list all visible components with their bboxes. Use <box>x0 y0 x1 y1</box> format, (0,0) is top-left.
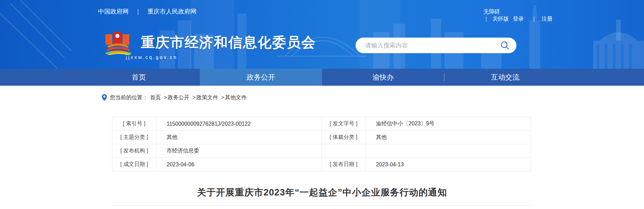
breadcrumb-separator: > <box>164 95 167 101</box>
breadcrumb-separator: > <box>192 95 195 101</box>
breadcrumb-item-other-docs[interactable]: 其他文件 <box>225 94 247 101</box>
breadcrumb-item-policy-docs[interactable]: 政策文件 <box>196 94 218 101</box>
table-row: [ 成文日期 ] 2023-04-06 [ 发布日期 ] 2023-04-13 <box>112 158 531 171</box>
table-row: [ 发布机构 ] 市经济信息委 <box>112 144 531 158</box>
login-link[interactable]: 登录 <box>513 16 524 22</box>
accessibility-link[interactable]: 无障碍 <box>484 9 500 15</box>
breadcrumb: 您当前的位置： 首页 > 政务公开 > 政策文件 > 其他文件 <box>78 86 566 101</box>
meta-label-written-date: [ 成文日期 ] <box>112 158 156 171</box>
location-pin-icon <box>102 94 107 101</box>
breadcrumb-item-gov-affairs[interactable]: 政务公开 <box>168 94 189 101</box>
meta-value-genre-class: 其他 <box>366 131 531 144</box>
search-icon[interactable] <box>500 41 510 50</box>
site-domain: jjxxw.cq.gov.cn <box>126 55 177 60</box>
breadcrumb-separator: > <box>221 95 224 101</box>
nav-item-home[interactable]: 首页 <box>78 69 200 86</box>
site-name[interactable]: 重庆市经济和信息化委员会 <box>141 33 316 52</box>
page: 中国政府网 ｜ 重庆市人民政府网 无障碍 ｜ 关怀版 登录 ｜ 注册 <box>0 0 644 209</box>
link-cq-gov[interactable]: 重庆市人民政府网 <box>148 8 196 15</box>
meta-label-doc-no: [ 发文字号 ] <box>322 117 366 131</box>
main-content: 您当前的位置： 首页 > 政务公开 > 政策文件 > 其他文件 [ 索引号 ] … <box>0 86 644 206</box>
meta-label-issuing-org: [ 发布机构 ] <box>112 144 156 158</box>
search-input[interactable] <box>365 42 500 49</box>
meta-value-issuing-org: 市经济信息委 <box>156 144 322 158</box>
meta-label-topic-class: [ 主题分类 ] <box>112 131 156 144</box>
register-link[interactable]: 注册 <box>542 16 552 22</box>
utility-separator: ｜ <box>484 16 489 22</box>
breadcrumb-prefix: 您当前的位置： <box>110 94 148 101</box>
gov-links: 中国政府网 ｜ 重庆市人民政府网 <box>98 7 196 16</box>
main-nav: 首页 政务公开 渝快办 互动交流 <box>0 69 644 86</box>
document-title: 关于开展重庆市2023年“一起益企”中小企业服务行动的通知 <box>78 186 566 198</box>
meta-label-empty <box>322 144 366 158</box>
meta-value-topic-class: 其他 <box>156 131 322 144</box>
nav-item-interaction[interactable]: 互动交流 <box>444 69 566 86</box>
utility-separator: ｜ <box>531 16 537 22</box>
meta-label-genre-class: [ 体裁分类 ] <box>322 131 366 144</box>
nav-item-yukuaiban[interactable]: 渝快办 <box>322 69 444 86</box>
table-row: [ 主题分类 ] 其他 [ 体裁分类 ] 其他 <box>112 131 531 144</box>
doc-meta-table: [ 索引号 ] 11500000009276281J/2023-00122 [ … <box>112 117 531 171</box>
search-box <box>356 38 516 53</box>
meta-label-publish-date: [ 发布日期 ] <box>322 158 366 171</box>
nav-item-gov-affairs[interactable]: 政务公开 <box>200 69 322 86</box>
link-separator: ｜ <box>135 8 141 15</box>
content-divider <box>112 205 531 206</box>
site-logo[interactable] <box>105 31 132 55</box>
meta-label-index-no: [ 索引号 ] <box>112 117 156 131</box>
meta-value-empty <box>366 144 531 158</box>
site-header: 中国政府网 ｜ 重庆市人民政府网 无障碍 ｜ 关怀版 登录 ｜ 注册 <box>0 0 644 69</box>
breadcrumb-item-home[interactable]: 首页 <box>150 94 161 101</box>
meta-value-index-no: 11500000009276281J/2023-00122 <box>156 117 322 131</box>
utility-links: 无障碍 ｜ 关怀版 登录 ｜ 注册 <box>484 8 555 22</box>
meta-value-written-date: 2023-04-06 <box>156 158 322 171</box>
table-row: [ 索引号 ] 11500000009276281J/2023-00122 [ … <box>112 117 531 131</box>
link-china-gov[interactable]: 中国政府网 <box>98 8 129 15</box>
meta-value-doc-no: 渝经信中小〔2023〕9号 <box>366 117 531 131</box>
care-version-link[interactable]: 关怀版 <box>492 16 509 22</box>
meta-value-publish-date: 2023-04-13 <box>366 158 531 171</box>
